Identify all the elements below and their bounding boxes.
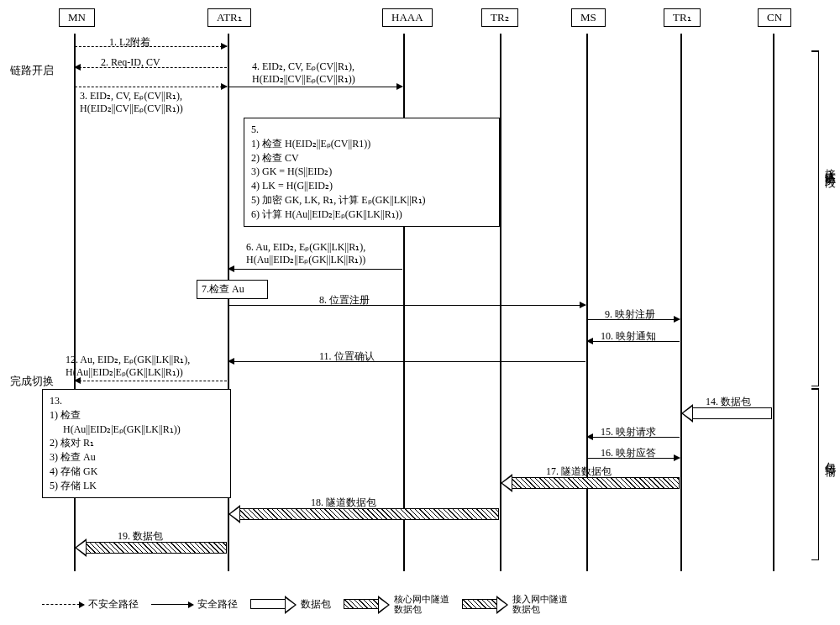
- b5-5: 5) 加密 GK, LK, R₁, 计算 Eₚ(GK||LK||R₁): [251, 193, 492, 207]
- legend-insecure-label: 不安全路径: [88, 597, 139, 612]
- b5-header: 5.: [251, 123, 492, 137]
- b13-4: 4) 存储 GK: [50, 465, 223, 479]
- b13-1: 1) 检查: [50, 408, 223, 423]
- arrow-18: [228, 508, 499, 520]
- arrow-3: [75, 87, 227, 87]
- msg-2: 2. Req-ID, CV: [101, 56, 160, 69]
- msg-1: 1. L2附着: [109, 35, 150, 50]
- participant-ms: MS: [571, 8, 606, 27]
- box-13: 13. 1) 检查 H(Au||EID₂|Eₚ(GK||LK||R₁)) 2) …: [42, 389, 231, 498]
- label-handover-complete: 完成切换: [10, 374, 54, 389]
- label-packet-transfer: 包传输: [822, 454, 837, 459]
- msg-10: 10. 映射通知: [601, 329, 656, 344]
- b13-header: 13.: [50, 394, 223, 408]
- legend-access-l1: 接入网中隧道: [512, 594, 568, 604]
- msg-6: 6. Au, EID₂, Eₚ(GK||LK||R₁),H(Au||EID₂||…: [246, 241, 365, 266]
- msg-11: 11. 位置确认: [319, 349, 375, 364]
- msg-4: 4. EID₂, CV, Eₚ(CV||R₁),H(EID₂||CV||Eₚ(C…: [252, 60, 355, 86]
- legend-secure: 安全路径: [151, 597, 238, 612]
- b5-3: 3) GK = H(S||EID₂): [251, 165, 492, 179]
- legend-access-l2: 数据包: [512, 604, 568, 614]
- arrow-11: [228, 361, 585, 362]
- msg-18: 18. 隧道数据包: [311, 496, 376, 510]
- bracket-packet-transfer: [818, 388, 819, 560]
- arrow-12: [75, 381, 227, 381]
- msg-8: 8. 位置注册: [319, 293, 370, 307]
- participant-cn: CN: [758, 8, 791, 27]
- legend-insecure: 不安全路径: [42, 597, 139, 612]
- msg-19: 19. 数据包: [118, 529, 163, 544]
- b13-5: 5) 存储 LK: [50, 479, 223, 493]
- participant-tr2: TR₂: [481, 8, 518, 27]
- participant-tr1: TR₁: [664, 8, 701, 27]
- legend-core-l2: 数据包: [394, 604, 449, 614]
- b13-2: 2) 核对 R₁: [50, 436, 223, 450]
- participant-mn: MN: [59, 8, 95, 27]
- lifeline-haaa: [403, 34, 405, 571]
- box-7: 7.检查 Au: [197, 280, 268, 299]
- b5-4: 4) LK = H(G||EID₂): [251, 179, 492, 193]
- bracket-access-auth: [818, 50, 819, 386]
- lifeline-tr1: [680, 34, 682, 571]
- lifeline-cn: [773, 34, 774, 571]
- msg-9: 9. 映射注册: [605, 307, 655, 322]
- label-link-open: 链路开启: [10, 63, 54, 78]
- arrow-19: [75, 542, 227, 554]
- msg-12: 12. Au, EID₂, Eₚ(GK||LK||R₁),H(Au||EID₂|…: [66, 354, 190, 379]
- arrow-17: [501, 477, 680, 489]
- participant-haaa: HAAA: [382, 8, 433, 27]
- legend-core-l1: 核心网中隧道: [394, 594, 449, 604]
- b13-3: 3) 检查 Au: [50, 450, 223, 465]
- b5-6: 6) 计算 H(Au||EID₂|Eₚ(GK||LK||R₁)): [251, 207, 492, 222]
- participant-atr1: ATR₁: [207, 8, 251, 27]
- msg-3: 3. EID₂, CV, Eₚ(CV||R₁),H(EID₂||CV||Eₚ(C…: [80, 90, 183, 115]
- legend-packet-label: 数据包: [301, 597, 331, 612]
- arrow-1: [75, 46, 227, 47]
- b13-1b: H(Au||EID₂|Eₚ(GK||LK||R₁)): [50, 423, 223, 437]
- msg-14: 14. 数据包: [706, 395, 751, 409]
- msg-17: 17. 隧道数据包: [546, 465, 612, 479]
- legend-core-tunnel: 核心网中隧道数据包: [344, 594, 449, 614]
- arrow-14: [681, 407, 772, 419]
- arrow-6: [228, 269, 402, 270]
- label-access-auth: 接入认证阶段: [822, 160, 837, 170]
- legend-secure-label: 安全路径: [197, 597, 238, 612]
- msg-16: 16. 映射应答: [601, 446, 656, 460]
- legend-packet: 数据包: [250, 597, 331, 612]
- box-5: 5. 1) 检查 H(EID₂||Eₚ(CV||R1)) 2) 检查 CV 3)…: [244, 118, 500, 227]
- b5-2: 2) 检查 CV: [251, 151, 492, 165]
- arrow-8: [228, 305, 585, 306]
- legend-access-tunnel: 接入网中隧道数据包: [462, 594, 568, 614]
- b5-1: 1) 检查 H(EID₂||Eₚ(CV||R1)): [251, 137, 492, 151]
- msg-15: 15. 映射请求: [601, 425, 656, 439]
- legend: 不安全路径 安全路径 数据包 核心网中隧道数据包 接入网中隧道数据包: [42, 587, 823, 621]
- arrow-4: [228, 87, 402, 87]
- lifeline-ms: [586, 34, 588, 571]
